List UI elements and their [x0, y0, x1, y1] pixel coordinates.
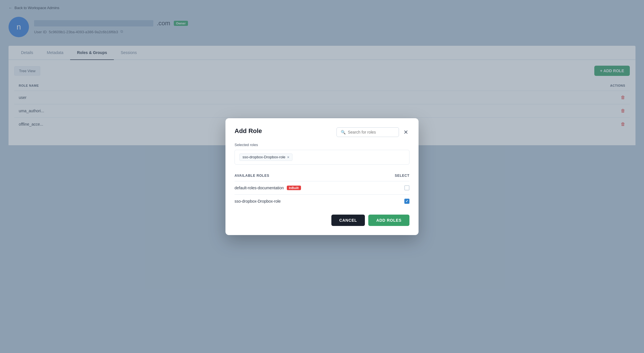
role-name: default-roles-documentation: [235, 186, 284, 190]
role-row-left: default-roles-documentation InBuilt: [235, 186, 301, 190]
modal-header: Add Role 🔍 ✕: [235, 127, 409, 137]
role-tag-text: sso-dropbox-Dropbox-role: [242, 155, 285, 159]
available-roles-header: AVAILABLE ROLES SELECT: [235, 171, 409, 180]
selected-roles-box: sso-dropbox-Dropbox-role ×: [235, 150, 409, 165]
role-row: sso-dropbox-Dropbox-role ✓: [235, 194, 409, 208]
search-icon: 🔍: [341, 130, 346, 134]
modal-header-right: 🔍 ✕: [336, 127, 409, 137]
selected-roles-label: Selected roles: [235, 143, 409, 147]
add-roles-button[interactable]: ADD ROLES: [368, 215, 409, 226]
inbuilt-badge: InBuilt: [287, 186, 301, 190]
modal-title: Add Role: [235, 127, 262, 135]
role-checkbox-checked[interactable]: ✓: [404, 199, 409, 204]
role-name: sso-dropbox-Dropbox-role: [235, 199, 281, 204]
cancel-button[interactable]: CANCEL: [331, 215, 365, 226]
role-row: default-roles-documentation InBuilt: [235, 181, 409, 194]
close-button[interactable]: ✕: [402, 128, 409, 136]
role-tag: sso-dropbox-Dropbox-role ×: [239, 153, 292, 161]
role-tag-remove[interactable]: ×: [287, 155, 289, 159]
search-input[interactable]: [348, 130, 395, 134]
checkmark-icon: ✓: [405, 199, 408, 203]
role-checkbox-unchecked[interactable]: [404, 185, 409, 190]
select-column-label: SELECT: [395, 174, 409, 178]
search-box[interactable]: 🔍: [336, 127, 399, 137]
add-role-modal: Add Role 🔍 ✕ Selected roles sso-dropbox-…: [225, 118, 419, 235]
role-row-left: sso-dropbox-Dropbox-role: [235, 199, 281, 204]
available-roles-title: AVAILABLE ROLES: [235, 174, 269, 178]
modal-overlay: Add Role 🔍 ✕ Selected roles sso-dropbox-…: [0, 0, 644, 353]
modal-footer: CANCEL ADD ROLES: [235, 215, 409, 226]
